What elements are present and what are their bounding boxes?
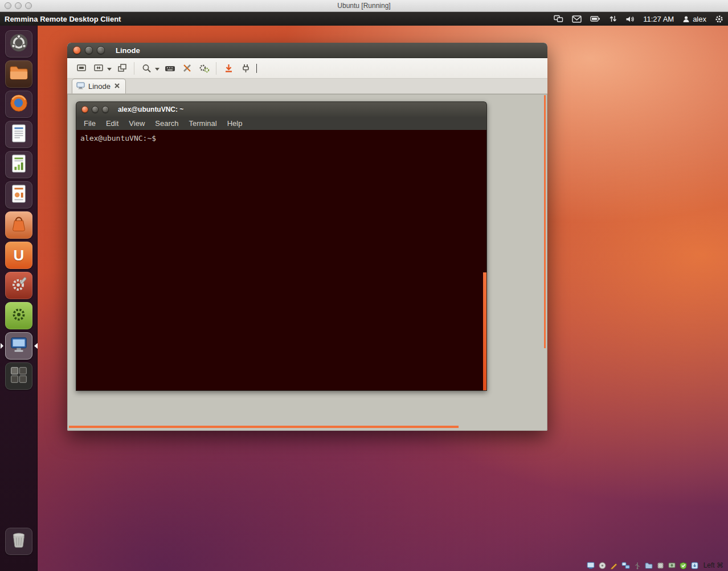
terminal-maximize-button[interactable] [102, 106, 109, 113]
launcher-item-libreoffice-calc[interactable] [0, 151, 38, 178]
system-settings-icon [8, 274, 30, 297]
launcher-item-system-settings[interactable] [0, 272, 38, 299]
active-app-title: Remmina Remote Desktop Client [5, 15, 121, 23]
ubuntu-top-panel: Remmina Remote Desktop Client 11:27 AM a… [0, 12, 728, 26]
user-menu[interactable]: alex [682, 15, 706, 23]
keyboard-grab-button[interactable] [161, 60, 178, 76]
status-display-icon[interactable] [587, 562, 595, 569]
status-video-memory-icon[interactable] [668, 562, 676, 569]
terminal-menubar: File Edit View Search Terminal Help [76, 117, 487, 130]
virtualbox-statusbar: Left ⌘ [587, 561, 723, 569]
folder-icon [7, 62, 30, 87]
tools-button[interactable] [178, 60, 195, 76]
fullscreen-button[interactable] [73, 60, 90, 76]
zoom-dropdown-caret[interactable] [155, 68, 159, 73]
session-gear-icon[interactable] [715, 15, 723, 23]
launcher-item-remmina[interactable] [0, 332, 38, 360]
terminal-close-button[interactable] [81, 106, 88, 113]
launcher-item-ubuntu-software-center[interactable] [0, 211, 38, 239]
fit-window-dropdown-caret[interactable] [107, 68, 112, 73]
preferences-button[interactable] [195, 60, 212, 76]
window-maximize-button[interactable] [97, 46, 105, 54]
terminal-titlebar[interactable]: alex@ubuntuVNC: ~ [76, 101, 487, 117]
focused-indicator-arrow [34, 343, 38, 349]
shell-prompt: alex@ubuntuVNC:~$ [80, 134, 156, 142]
terminal-window: alex@ubuntuVNC: ~ File Edit View Search … [76, 101, 487, 391]
running-indicator-pip [1, 343, 3, 349]
launcher-item-trash[interactable] [0, 528, 38, 555]
duplicate-connection-button[interactable] [113, 60, 130, 76]
remmina-window-title: Linode [116, 46, 140, 55]
user-icon [682, 15, 690, 23]
remmina-icon [8, 334, 30, 358]
launcher-item-package-manager[interactable] [0, 302, 38, 329]
remmina-titlebar[interactable]: Linode [67, 43, 547, 58]
toolbar-separator [216, 62, 216, 75]
terminal-minimize-button[interactable] [92, 106, 99, 113]
status-network-icon[interactable] [621, 562, 630, 569]
unplug-button[interactable] [237, 60, 254, 76]
menu-edit[interactable]: Edit [101, 118, 124, 129]
status-mouse-integration-icon[interactable] [680, 562, 687, 569]
toolbar-text-cursor [256, 64, 257, 73]
unity-launcher: U [0, 26, 38, 571]
battery-icon[interactable] [590, 15, 600, 22]
remote-desktop-indicator-icon[interactable] [554, 15, 563, 23]
fit-window-button[interactable] [90, 60, 107, 76]
calc-icon [8, 153, 30, 177]
launcher-item-firefox[interactable] [0, 91, 38, 118]
remmina-window: Linode [67, 43, 547, 431]
menu-terminal[interactable]: Terminal [184, 118, 222, 129]
host-key-label: Left ⌘ [704, 561, 723, 569]
tab-monitor-icon [76, 82, 85, 91]
ubuntu-one-icon: U [14, 248, 24, 263]
remote-view-vscrollbar[interactable] [544, 95, 546, 348]
remmina-tabbar: Linode [67, 79, 547, 94]
disconnect-button[interactable] [220, 60, 237, 76]
status-host-key-icon[interactable] [691, 562, 698, 569]
remote-view-hscrollbar[interactable] [69, 426, 459, 428]
messaging-menu-icon[interactable] [572, 15, 582, 23]
status-optical-drives-icon[interactable] [599, 562, 606, 569]
launcher-item-dash-home[interactable] [0, 30, 38, 58]
impress-icon [8, 183, 30, 207]
launcher-item-workspace-switcher[interactable] [0, 362, 38, 390]
window-close-button[interactable] [73, 46, 81, 54]
user-name: alex [693, 15, 706, 23]
remmina-toolbar [67, 58, 547, 79]
launcher-item-libreoffice-writer[interactable] [0, 121, 38, 148]
launcher-item-home-folder[interactable] [0, 60, 38, 88]
trash-icon [9, 530, 29, 553]
software-center-icon [8, 213, 30, 237]
clock-menu[interactable]: 11:27 AM [643, 15, 674, 23]
firefox-icon [8, 92, 30, 116]
connection-tab-linode[interactable]: Linode [72, 79, 126, 93]
terminal-window-title: alex@ubuntuVNC: ~ [118, 105, 183, 113]
tab-label: Linode [88, 82, 111, 91]
sound-menu-icon[interactable] [625, 15, 635, 23]
status-shared-folders-icon[interactable] [645, 562, 653, 569]
toolbar-separator [134, 62, 134, 75]
menu-search[interactable]: Search [150, 118, 183, 129]
status-video-capture-icon[interactable] [610, 562, 617, 569]
terminal-scrollbar[interactable] [483, 272, 486, 390]
menu-help[interactable]: Help [222, 118, 248, 129]
status-features-icon[interactable] [657, 562, 664, 569]
network-traffic-icon[interactable] [609, 15, 617, 23]
writer-icon [8, 123, 30, 146]
status-usb-icon[interactable] [634, 562, 641, 569]
workspace-switcher-icon [8, 364, 30, 388]
dash-home-icon [8, 32, 30, 56]
vm-window-titlebar[interactable]: Ubuntu [Running] [0, 0, 728, 12]
panel-indicators: 11:27 AM alex [554, 15, 723, 23]
window-minimize-button[interactable] [85, 46, 93, 54]
tab-close-icon[interactable] [114, 82, 120, 91]
menu-file[interactable]: File [79, 118, 101, 129]
zoom-button[interactable] [138, 60, 155, 76]
launcher-item-ubuntu-one[interactable]: U [0, 242, 38, 269]
menu-view[interactable]: View [124, 118, 150, 129]
launcher-item-libreoffice-impress[interactable] [0, 181, 38, 209]
remote-desktop-view[interactable]: alex@ubuntuVNC: ~ File Edit View Search … [67, 94, 547, 431]
vm-window-title: Ubuntu [Running] [0, 2, 728, 10]
terminal-body[interactable]: alex@ubuntuVNC:~$ [76, 130, 487, 391]
